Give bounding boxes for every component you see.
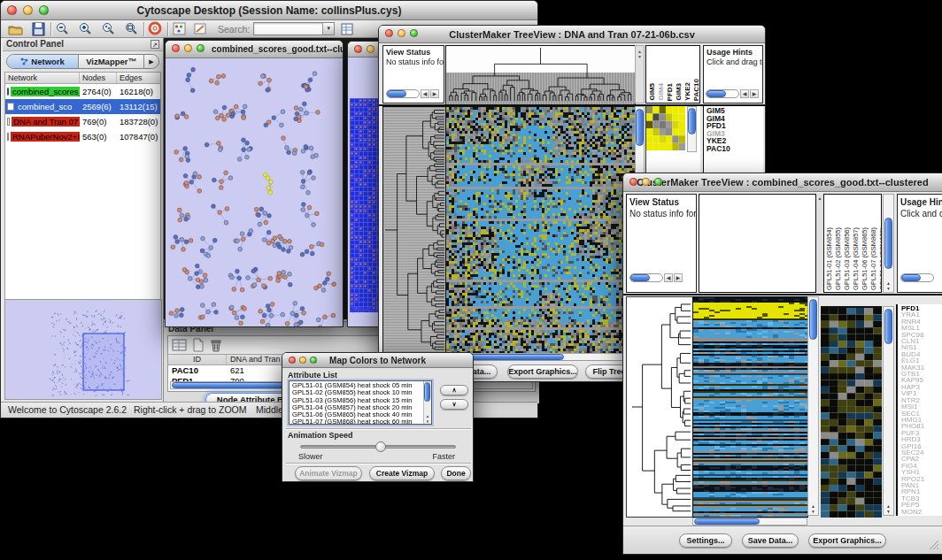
tv2-row-dendrogram[interactable] — [626, 296, 693, 518]
tv1-column-label[interactable]: PFD1 — [666, 83, 674, 101]
column-header-edges[interactable]: Edges — [117, 73, 160, 83]
tv2-column-label[interactable]: GPL51-06 (GSM865) — [861, 227, 869, 290]
tv1-column-label[interactable]: GIM3 — [675, 83, 683, 101]
tv2-gene-list[interactable]: PFD1YRA1RNR4MSL1SPC98CLN1NIS1BUD4ELG1MAK… — [896, 304, 942, 516]
vizmapper-icon[interactable] — [172, 22, 188, 36]
tv1-column-label[interactable]: YKE2 — [683, 82, 691, 101]
resize-grip[interactable] — [928, 539, 940, 551]
tv1-row-dendrogram[interactable] — [382, 106, 447, 354]
network-row[interactable]: combined_scores_ 2764(0) 16218(0) — [5, 84, 160, 99]
zoom-window-button[interactable] — [39, 5, 49, 15]
minimize-button[interactable] — [299, 357, 306, 364]
tv1-column-label[interactable]: GIM4 — [657, 83, 665, 101]
column-header-nodes[interactable]: Nodes — [80, 73, 117, 83]
tv2-heatmap[interactable] — [692, 296, 808, 518]
tv2-column-label[interactable]: GPL51-08 (GSM872) — [878, 227, 882, 290]
help-icon[interactable] — [148, 21, 164, 36]
tv1-column-dendrogram[interactable] — [445, 45, 636, 105]
tv1-status-scrollbar[interactable]: ◀▶ — [386, 88, 439, 99]
tv1-heatmap[interactable] — [445, 106, 636, 354]
tab-vizmapper[interactable]: VizMapper™ — [79, 55, 144, 68]
tv2-save-data-button[interactable]: Save Data... — [742, 533, 799, 548]
search-dropdown-button[interactable]: ▼ — [322, 23, 334, 35]
animate-vizmap-button[interactable]: Animate Vizmap — [295, 466, 362, 480]
slider-thumb[interactable] — [375, 441, 386, 452]
attribute-table-icon[interactable] — [340, 22, 356, 36]
delete-attribute-icon[interactable] — [209, 338, 223, 352]
tv2-column-label[interactable]: GPL51-07 (GSM868) — [869, 227, 877, 290]
attribute-select-icon[interactable] — [172, 338, 188, 352]
tv1-column-label[interactable]: GIM5 — [648, 83, 656, 101]
zoom-window-button[interactable] — [410, 29, 418, 37]
network-row[interactable]: combined_sco 2569(6) 13112(15) — [5, 99, 160, 114]
tab-overflow-button[interactable]: ▶ — [144, 55, 158, 68]
close-button[interactable] — [385, 29, 393, 37]
tab-network[interactable]: Network — [7, 55, 79, 68]
tv1-export-graphics-button[interactable]: Export Graphics... — [507, 364, 578, 379]
attribute-list[interactable]: GPL51-01 (GSM854) heat shock 05 minGPL51… — [289, 380, 432, 425]
tv1-correlation-matrix[interactable] — [646, 106, 685, 150]
tv1-splitter-strip[interactable]: ▲▼ — [635, 45, 645, 104]
tv1-column-label[interactable]: PAC10 — [692, 79, 700, 101]
close-button[interactable] — [7, 5, 17, 15]
tv1-gene-label[interactable]: PAC10 — [706, 145, 763, 153]
column-header-network[interactable]: Network — [5, 73, 80, 83]
zoom-in-icon[interactable] — [78, 21, 94, 36]
treeview1-titlebar[interactable]: ClusterMaker TreeView : DNA and Tran 07-… — [379, 26, 765, 43]
minimize-button[interactable] — [23, 5, 33, 15]
minimize-button[interactable] — [642, 178, 650, 186]
tv2-hscrollbar[interactable] — [692, 518, 807, 525]
tv2-column-label[interactable]: GPL51-03 (GSM856) — [843, 227, 851, 290]
tv1-column-labels[interactable]: GIM5GIM4PFD1GIM3YKE2PAC10 — [645, 45, 700, 104]
data-column-id[interactable]: ID — [168, 355, 227, 364]
tv2-column-label[interactable]: GPL51-04 (GSM857) — [852, 227, 860, 290]
attribute-list-item[interactable]: GPL51-07 (GSM868) heat shock 60 min — [292, 418, 422, 425]
tv2-gene-label[interactable]: MON2 — [901, 509, 942, 515]
network-row[interactable]: DNA and Tran 07 769(0) 183728(0) — [5, 114, 160, 129]
tv2-zoom-heatmap[interactable] — [821, 306, 882, 518]
tv2-heatmap-vscrollbar[interactable]: ▲▼ — [807, 296, 819, 516]
dialog-titlebar[interactable]: Map Colors to Network — [282, 353, 473, 368]
zoom-window-button[interactable] — [197, 44, 205, 52]
close-button[interactable] — [629, 178, 637, 186]
attribute-list-scrollbar[interactable]: ▲▼ — [423, 381, 431, 424]
zoom-window-button[interactable] — [310, 357, 317, 364]
tv2-export-graphics-button[interactable]: Export Graphics... — [808, 533, 886, 548]
zoom-out-icon[interactable] — [55, 21, 71, 36]
tv2-column-label[interactable]: GPL51-02 (GSM855) — [834, 227, 842, 290]
close-button[interactable] — [354, 45, 362, 53]
move-up-button[interactable]: ∧ — [440, 385, 468, 395]
network-view-titlebar[interactable]: combined_scores_good.txt--cluste... — [166, 41, 343, 58]
move-down-button[interactable]: ∨ — [440, 399, 468, 410]
zoom-fit-icon[interactable] — [124, 21, 140, 36]
zoom-window-button[interactable] — [654, 178, 662, 186]
animation-speed-slider[interactable] — [300, 445, 456, 449]
tv2-labels-vscrollbar[interactable]: ▲▼ — [883, 194, 894, 293]
network-overview[interactable] — [4, 299, 162, 400]
network-row[interactable]: RNAPuberNov2+I 563(0) 107847(0) — [5, 129, 160, 144]
zoom-selected-icon[interactable] — [101, 21, 117, 36]
annotation-icon[interactable] — [193, 22, 209, 36]
network-canvas[interactable] — [166, 58, 343, 326]
treeview2-titlebar[interactable]: ClusterMaker TreeView : combined_scores_… — [623, 173, 942, 192]
dense-network-canvas[interactable] — [350, 98, 380, 312]
main-titlebar[interactable]: Cytoscape Desktop (Session Name: collins… — [1, 1, 537, 20]
tv2-splitter-strip[interactable]: ▲ — [816, 194, 823, 293]
close-button[interactable] — [172, 44, 180, 52]
minimize-button[interactable] — [398, 29, 405, 37]
minimize-button[interactable] — [184, 44, 192, 52]
new-attribute-icon[interactable] — [191, 338, 205, 352]
tv2-column-tree-area[interactable] — [699, 194, 816, 293]
tv1-hints-scrollbar[interactable]: ◀▶ — [706, 88, 759, 99]
float-panel-icon[interactable]: ↗ — [151, 40, 159, 49]
tv2-column-labels[interactable]: GPL51-01 (GSM854)GPL51-02 (GSM855)GPL51-… — [823, 194, 882, 293]
create-vizmap-button[interactable]: Create Vizmap — [369, 466, 435, 480]
tv1-matrix-vscrollbar[interactable] — [687, 106, 697, 152]
tv2-settings-button[interactable]: Settings... — [679, 533, 732, 548]
tv2-zoom-vscrollbar[interactable]: ▲▼ — [883, 306, 894, 516]
close-button[interactable] — [289, 357, 296, 364]
search-input[interactable]: ▼ — [253, 22, 335, 35]
open-file-icon[interactable] — [8, 22, 24, 36]
tv2-column-label[interactable]: GPL51-01 (GSM854) — [825, 227, 833, 290]
save-icon[interactable] — [31, 22, 47, 36]
